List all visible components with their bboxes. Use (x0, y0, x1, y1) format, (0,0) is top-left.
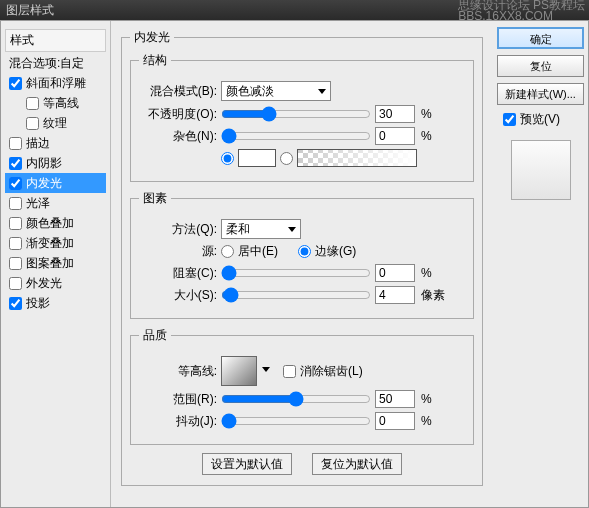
choke-unit: % (421, 266, 432, 280)
size-unit: 像素 (421, 287, 445, 304)
gradient-radio[interactable] (280, 152, 293, 165)
size-slider[interactable] (221, 287, 371, 303)
style-checkbox[interactable] (26, 117, 39, 130)
choke-label: 阻塞(C): (139, 265, 217, 282)
technique-label: 方法(Q): (139, 221, 217, 238)
cancel-button[interactable]: 复位 (497, 55, 584, 77)
size-label: 大小(S): (139, 287, 217, 304)
style-item[interactable]: 颜色叠加 (5, 213, 106, 233)
jitter-label: 抖动(J): (139, 413, 217, 430)
layer-style-dialog: 样式 混合选项:自定 斜面和浮雕等高线纹理描边内阴影内发光光泽颜色叠加渐变叠加图… (0, 20, 589, 508)
color-swatch[interactable] (238, 149, 276, 167)
opacity-slider[interactable] (221, 106, 371, 122)
style-checkbox[interactable] (9, 297, 22, 310)
blend-mode-select[interactable]: 颜色减淡 (221, 81, 331, 101)
settings-panel: 内发光 结构 混合模式(B): 颜色减淡 不透明度(O): % 杂色(N): (111, 21, 493, 507)
style-label: 描边 (26, 135, 50, 152)
style-label: 光泽 (26, 195, 50, 212)
preview-checkbox[interactable]: 预览(V) (503, 111, 584, 128)
noise-label: 杂色(N): (139, 128, 217, 145)
jitter-slider[interactable] (221, 413, 371, 429)
style-checkbox[interactable] (9, 137, 22, 150)
range-input[interactable] (375, 390, 415, 408)
antialias-checkbox[interactable]: 消除锯齿(L) (283, 363, 363, 380)
blending-options[interactable]: 混合选项:自定 (5, 53, 106, 73)
style-item[interactable]: 纹理 (5, 113, 106, 133)
style-item[interactable]: 内阴影 (5, 153, 106, 173)
style-checkbox[interactable] (9, 257, 22, 270)
style-item[interactable]: 图案叠加 (5, 253, 106, 273)
style-item[interactable]: 内发光 (5, 173, 106, 193)
style-item[interactable]: 投影 (5, 293, 106, 313)
style-item[interactable]: 描边 (5, 133, 106, 153)
quality-title: 品质 (139, 327, 171, 344)
caret-icon (262, 367, 270, 372)
style-label: 外发光 (26, 275, 62, 292)
styles-header[interactable]: 样式 (5, 29, 106, 52)
style-checkbox[interactable] (9, 277, 22, 290)
style-checkbox[interactable] (26, 97, 39, 110)
gradient-swatch[interactable] (297, 149, 417, 167)
range-label: 范围(R): (139, 391, 217, 408)
preview-box (511, 140, 571, 200)
style-label: 斜面和浮雕 (26, 75, 86, 92)
action-column: 确定 复位 新建样式(W)... 预览(V) (493, 21, 588, 507)
style-checkbox[interactable] (9, 177, 22, 190)
style-label: 颜色叠加 (26, 215, 74, 232)
style-item[interactable]: 渐变叠加 (5, 233, 106, 253)
opacity-unit: % (421, 107, 432, 121)
style-label: 混合选项:自定 (9, 55, 84, 72)
noise-slider[interactable] (221, 128, 371, 144)
range-slider[interactable] (221, 391, 371, 407)
panel-title: 内发光 (130, 29, 174, 46)
title-bar: 图层样式 思缘设计论坛 PS教程坛 BBS.16XX8.COM (0, 0, 589, 20)
style-item[interactable]: 等高线 (5, 93, 106, 113)
style-label: 内发光 (26, 175, 62, 192)
ok-button[interactable]: 确定 (497, 27, 584, 49)
style-label: 等高线 (43, 95, 79, 112)
style-label: 图案叠加 (26, 255, 74, 272)
size-input[interactable] (375, 286, 415, 304)
style-checkbox[interactable] (9, 197, 22, 210)
source-edge-radio[interactable]: 边缘(G) (298, 243, 356, 260)
quality-group: 品质 等高线: 消除锯齿(L) 范围(R): % 抖动(J): (130, 327, 474, 445)
inner-glow-panel: 内发光 结构 混合模式(B): 颜色减淡 不透明度(O): % 杂色(N): (121, 29, 483, 486)
caret-icon (318, 89, 326, 94)
style-label: 内阴影 (26, 155, 62, 172)
source-label: 源: (139, 243, 217, 260)
dialog-title: 图层样式 (6, 3, 54, 17)
jitter-unit: % (421, 414, 432, 428)
technique-select[interactable]: 柔和 (221, 219, 301, 239)
structure-title: 结构 (139, 52, 171, 69)
style-checkbox[interactable] (9, 237, 22, 250)
contour-label: 等高线: (139, 363, 217, 380)
new-style-button[interactable]: 新建样式(W)... (497, 83, 584, 105)
color-radio[interactable] (221, 152, 234, 165)
opacity-label: 不透明度(O): (139, 106, 217, 123)
style-checkbox[interactable] (9, 77, 22, 90)
make-default-button[interactable]: 设置为默认值 (202, 453, 292, 475)
style-label: 渐变叠加 (26, 235, 74, 252)
noise-input[interactable] (375, 127, 415, 145)
elements-group: 图素 方法(Q): 柔和 源: 居中(E) 边缘(G) (130, 190, 474, 319)
caret-icon (288, 227, 296, 232)
range-unit: % (421, 392, 432, 406)
choke-slider[interactable] (221, 265, 371, 281)
style-label: 投影 (26, 295, 50, 312)
jitter-input[interactable] (375, 412, 415, 430)
style-checkbox[interactable] (9, 157, 22, 170)
noise-unit: % (421, 129, 432, 143)
choke-input[interactable] (375, 264, 415, 282)
opacity-input[interactable] (375, 105, 415, 123)
elements-title: 图素 (139, 190, 171, 207)
styles-list: 样式 混合选项:自定 斜面和浮雕等高线纹理描边内阴影内发光光泽颜色叠加渐变叠加图… (1, 21, 111, 507)
contour-picker[interactable] (221, 356, 257, 386)
reset-default-button[interactable]: 复位为默认值 (312, 453, 402, 475)
style-item[interactable]: 光泽 (5, 193, 106, 213)
source-center-radio[interactable]: 居中(E) (221, 243, 278, 260)
watermark: 思缘设计论坛 PS教程坛 BBS.16XX8.COM (458, 0, 585, 22)
blend-mode-label: 混合模式(B): (139, 83, 217, 100)
style-checkbox[interactable] (9, 217, 22, 230)
style-item[interactable]: 外发光 (5, 273, 106, 293)
style-item[interactable]: 斜面和浮雕 (5, 73, 106, 93)
